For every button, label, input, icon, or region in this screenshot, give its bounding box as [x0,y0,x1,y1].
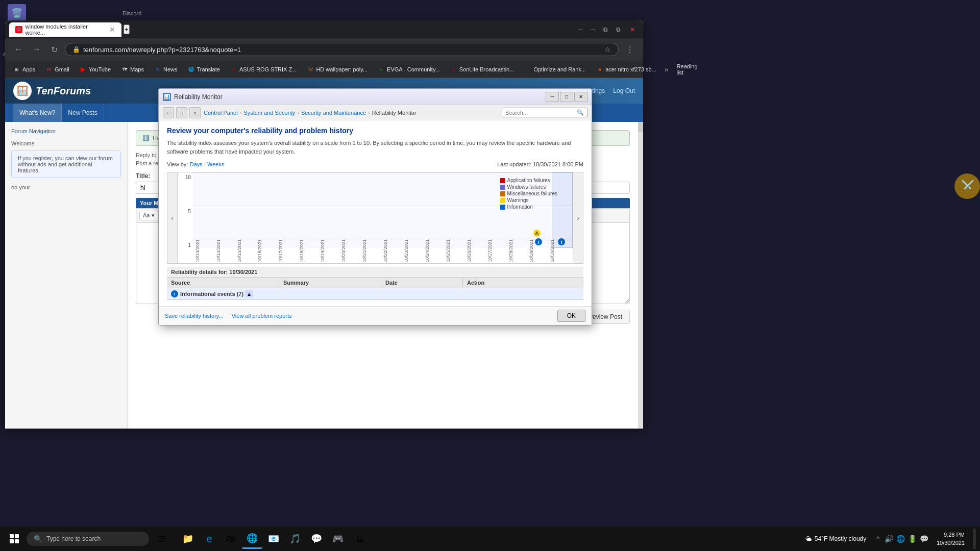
show-desktop-button[interactable] [973,529,976,549]
dialog-body: Review your computer's reliability and p… [159,120,592,306]
tray-network-icon[interactable]: 🌐 [896,535,905,543]
date-label-1: 10/14/2021 [216,239,221,262]
chart-date-labels: 10/13/2021 10/14/2021 10/15/2021 10/16/2… [193,248,573,263]
active-tab[interactable]: 🌐 window modules installer worke... ✕ [9,22,121,37]
bookmark-maps-label: Maps [130,66,144,72]
start-button[interactable] [4,529,24,549]
close-tab-button[interactable]: ✕ [109,26,115,34]
tray-speaker-icon[interactable]: 🔊 [885,535,893,543]
new-tab-button[interactable]: + [124,24,130,34]
dialog-ok-button[interactable]: OK [557,310,585,322]
info-events-expand-btn[interactable]: ▲ [246,290,253,297]
y-label-1: 1 [179,242,191,248]
forum-breadcrumb: Forum Navigation [11,128,121,134]
dialog-search-input[interactable] [505,110,577,116]
bookmark-optimize[interactable]: O Optimize and Rank... [520,64,590,75]
browser-minimize-btn2[interactable]: ─ [587,25,598,34]
bookmark-asus-label: ASUS ROG STRIX Z... [239,66,297,72]
back-button[interactable]: ← [11,43,26,56]
date-label-17: 10/30/2021 [550,239,555,262]
reload-button[interactable]: ↻ [48,43,61,57]
forum-right-scrollbar[interactable] [638,122,643,429]
toolbar-font-size[interactable]: Aa ▾ [139,211,158,220]
dialog-up-button[interactable]: ↑ [189,107,201,118]
forum-logout-btn[interactable]: Log Out [613,87,635,94]
details-table-header: Source Summary Date Action [167,278,583,288]
breadcrumb-link[interactable]: Forum Navigation [11,128,56,134]
bookmark-sonlife[interactable]: S SonLife Broadcastin... [446,64,519,75]
breadcrumb-control-panel[interactable]: Control Panel [204,110,238,116]
bookmark-evga[interactable]: E EVGA - Community... [374,64,444,75]
date-label-2: 10/15/2021 [237,239,242,262]
bookmark-acer-icon: a [596,66,603,73]
date-label-8: 10/21/2021 [362,239,367,262]
bookmark-asus[interactable]: A ASUS ROG STRIX Z... [226,64,301,75]
taskbar-tray: ^ 🔊 🌐 🔋 💬 [874,533,928,544]
bookmark-acer[interactable]: a acer nitro xf273 sb... [592,64,660,75]
dialog-forward-button[interactable]: → [176,107,187,118]
wow-icon[interactable]: ⚔️ [954,173,980,199]
bookmark-hdwallpaper[interactable]: W HD wallpaper: poly... [303,64,372,75]
bookmark-apps[interactable]: ⊞ Apps [9,64,39,75]
bookmark-news[interactable]: N News [150,64,182,75]
dialog-minimize-button[interactable]: ─ [546,92,559,102]
y-label-10: 10 [179,174,191,180]
legend-label-misc: Miscellaneous failures [507,191,557,196]
taskbar-task-view[interactable]: ⊞ [151,529,172,549]
bookmark-optimize-icon: O [524,66,531,73]
chart-legend: Application failures Windows failures Mi… [500,178,557,211]
dialog-title-text: Reliability Monitor [174,93,223,101]
reading-list-button[interactable]: Reading list [673,61,702,78]
view-by-days[interactable]: Days [190,161,203,167]
bookmark-gmail[interactable]: M Gmail [41,64,74,75]
browser-minimize-btn[interactable]: ─ [575,25,586,34]
tray-notification-icon[interactable]: 💬 [920,535,928,543]
forum-whats-new[interactable]: What's New? [13,104,62,122]
breadcrumb-security-maintenance[interactable]: Security and Maintenance [301,110,366,116]
bookmark-apps-label: Apps [22,66,35,72]
taskbar-discord[interactable]: 💬 [306,529,327,549]
chart-prev-button[interactable]: ‹ [167,172,178,263]
bookmark-maps[interactable]: 🗺 Maps [117,64,148,75]
tray-expand-arrow[interactable]: ^ [874,533,881,544]
date-label-3: 10/16/2021 [257,239,262,262]
dialog-back-button[interactable]: ← [163,107,174,118]
taskbar-app8[interactable]: 🖥 [349,529,370,549]
tray-battery-icon[interactable]: 🔋 [908,535,917,543]
taskbar-store[interactable]: 🛍 [220,529,241,549]
forum-new-posts[interactable]: New Posts [62,104,104,122]
legend-dot-misc [500,191,505,196]
breadcrumb-current: Reliability Monitor [372,110,416,116]
bookmark-youtube[interactable]: ▶ YouTube [76,64,115,75]
forward-button[interactable]: → [30,43,44,56]
bookmarks-more-button[interactable]: » [663,63,671,76]
dialog-close-button[interactable]: ✕ [574,92,587,102]
details-table-inner: Source Summary Date Action i Informa [167,278,583,300]
taskbar-outlook[interactable]: 📧 [263,529,284,549]
dialog-description: The stability index assesses your system… [167,139,583,156]
taskbar-file-explorer[interactable]: 📁 [178,529,198,549]
taskbar-clock[interactable]: 9:28 PM 10/30/2021 [933,531,969,547]
taskbar-browser[interactable]: 🌐 [242,529,262,549]
dialog-search-icon: 🔍 [577,109,584,116]
bookmark-youtube-icon: ▶ [80,66,87,73]
taskbar-search[interactable]: 🔍 Type here to search [27,532,149,546]
breadcrumb-system-security[interactable]: System and Security [243,110,295,116]
address-bar[interactable]: 🔒 tenforums.com/newreply.php?p=2321763&n… [65,43,619,56]
extensions-button[interactable]: ⋮ [623,43,637,57]
informational-events-row[interactable]: i Informational events (7) ▲ [167,288,583,300]
view-by-weeks[interactable]: Weeks [207,161,224,167]
save-reliability-link[interactable]: Save reliability history... [165,313,224,319]
taskbar-edge[interactable]: e [199,529,219,549]
browser-close-btn[interactable]: ✕ [626,25,639,34]
browser-restore-btn2[interactable]: ⧉ [613,25,624,34]
taskbar-weather[interactable]: 🌥 54°F Mostly cloudy [801,533,871,544]
bookmark-translate[interactable]: 🌐 Translate [183,64,224,75]
dialog-maximize-button[interactable]: □ [560,92,573,102]
chart-next-button[interactable]: › [573,172,583,263]
taskbar-steam[interactable]: 🎮 [328,529,348,549]
taskbar-spotify[interactable]: 🎵 [285,529,305,549]
view-problem-reports-link[interactable]: View all problem reports [232,313,292,319]
windows-logo-icon [10,534,19,543]
browser-restore-btn[interactable]: ⧉ [600,25,611,34]
